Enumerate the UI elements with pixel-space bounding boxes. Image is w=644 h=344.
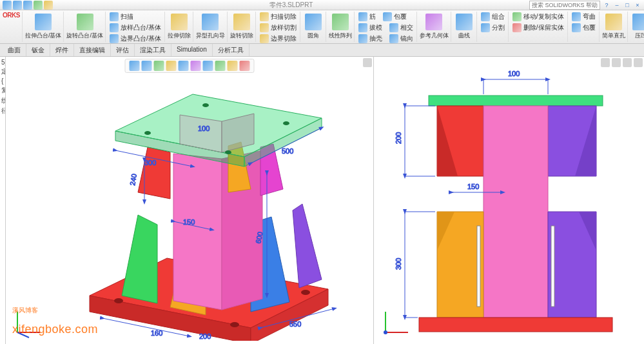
sweep-cut-item[interactable]: 扫描切除 [259, 12, 298, 22]
maximize2-icon[interactable] [623, 58, 632, 67]
help-icon[interactable]: ? [603, 1, 610, 9]
vp-zoom-icon[interactable] [130, 61, 140, 71]
tab-simulation[interactable]: Simulation [171, 44, 213, 56]
move-copy-icon [512, 12, 522, 21]
ribbon-group-refgeom[interactable]: 参考几何体 [418, 12, 451, 42]
svg-text:300: 300 [395, 258, 402, 270]
svg-rect-56 [419, 318, 612, 332]
viewport-toolbar [125, 59, 255, 73]
flex-item[interactable]: 弯曲 [571, 12, 597, 22]
rib-item[interactable]: 筋 [369, 12, 376, 21]
qa-icon-3[interactable] [23, 1, 32, 10]
vp-rotate-icon[interactable] [154, 61, 164, 71]
svg-text:100: 100 [508, 70, 520, 77]
window-title: 零件3.SLDPRT [53, 1, 529, 10]
qa-icon-5[interactable] [44, 1, 53, 10]
split-item[interactable]: 分割 [480, 23, 506, 33]
revolve-cut-icon [233, 14, 250, 30]
vp-pan-icon[interactable] [142, 61, 152, 71]
minimize2-icon[interactable] [612, 58, 621, 67]
loft-cut-item[interactable]: 放样切割 [259, 23, 298, 33]
tab-weldments[interactable]: 焊件 [50, 44, 74, 56]
viewport-2d[interactable]: 100 200 150 300 [373, 57, 644, 344]
tab-render[interactable]: 渲染工具 [135, 44, 171, 56]
collapse-icon[interactable] [601, 58, 610, 67]
svg-marker-11 [173, 154, 222, 310]
boundary-cut-item[interactable]: 边界切除 [259, 34, 298, 44]
maximize-icon[interactable]: □ [623, 1, 631, 9]
command-tabs: 曲面 钣金 焊件 直接编辑 评估 渲染工具 Simulation 分析工具 [0, 44, 644, 57]
mirror-item[interactable]: 镜向 [400, 34, 413, 43]
delete-keep-item[interactable]: 删除/保留实体 [511, 23, 565, 33]
vp-scene-icon[interactable] [215, 61, 226, 71]
svg-rect-49 [483, 106, 548, 318]
boundary-icon [110, 34, 119, 43]
ribbon-group-revolvecut[interactable]: 旋转切除 [228, 12, 256, 42]
ft-item[interactable]: 纹孔1 [1, 96, 4, 106]
ribbon-group-pattern[interactable]: 线性阵列 [327, 12, 355, 42]
boundary-item[interactable]: 边界凸台/基体 [108, 34, 162, 44]
tab-evaluate[interactable]: 评估 [111, 44, 135, 56]
wrap2-item[interactable]: 包覆 [571, 23, 597, 33]
svg-point-22 [225, 150, 231, 154]
vp-appearance-icon[interactable] [228, 61, 238, 71]
combine-item[interactable]: 组合 [480, 12, 506, 22]
viewport-3d[interactable]: 300 500 150 600 240 550 160 200 100 [6, 57, 373, 344]
wrap-icon [383, 12, 392, 21]
ribbon-group-simplehole[interactable]: 简单直孔 [600, 12, 628, 42]
tab-surface[interactable]: 曲面 [3, 44, 26, 56]
loft-icon [110, 23, 119, 32]
vp-fit-icon[interactable] [166, 61, 177, 71]
intersect-item[interactable]: 相交 [400, 23, 413, 32]
ribbon-group-curves[interactable]: 曲线 [452, 12, 477, 42]
feature-tree[interactable]: 5) 定 { 200 X 8.0(1) 复制1 纹孔1 径孔1 [0, 57, 6, 344]
qa-icon-1[interactable] [3, 1, 12, 10]
close2-icon[interactable] [634, 58, 643, 67]
ribbon-group-extrude[interactable]: 拉伸凸台/基体 [23, 12, 64, 42]
shell-icon [358, 34, 367, 43]
ft-item[interactable]: 径孔1 [1, 106, 4, 116]
ribbon-group-indent[interactable]: 压凹 [629, 12, 644, 42]
wrap-item[interactable]: 包覆 [394, 12, 407, 21]
search-input[interactable] [529, 1, 600, 10]
flex-icon [572, 12, 581, 21]
wrap2-icon [572, 23, 581, 32]
svg-marker-10 [293, 204, 322, 288]
svg-text:200: 200 [395, 132, 402, 144]
sweep-item[interactable]: 扫描 [108, 12, 162, 22]
tab-analysis[interactable]: 分析工具 [213, 44, 249, 56]
ribbon-group-holewiz[interactable]: 异型孔向导 [194, 12, 228, 42]
tab-directedit[interactable]: 直接编辑 [74, 44, 111, 56]
ribbon-group-fillet[interactable]: 圆角 [301, 12, 326, 42]
ribbon-group-cutextrude[interactable]: 拉伸切除 [166, 12, 193, 42]
qa-icon-4[interactable] [34, 1, 43, 10]
close-icon[interactable]: × [634, 1, 641, 9]
ft-item[interactable]: 5) [1, 58, 4, 66]
minimize-icon[interactable]: – [613, 1, 621, 9]
svg-marker-7 [122, 215, 157, 303]
ft-item[interactable]: { 200 X 8.0(1) [1, 77, 4, 85]
svg-text:160: 160 [151, 329, 162, 337]
svg-marker-13 [138, 147, 170, 199]
vp-style-icon[interactable] [191, 61, 201, 71]
svg-point-5 [301, 290, 310, 295]
intersect-icon [389, 23, 398, 32]
ribbon-group-revolve[interactable]: 旋转凸台/基体 [64, 12, 106, 42]
sweep-cut-icon [260, 12, 269, 21]
ft-item[interactable]: 复制1 [1, 85, 4, 96]
shell-item[interactable]: 抽壳 [369, 34, 382, 43]
loft-item[interactable]: 放样凸台/基体 [108, 23, 162, 33]
orientation-triad-2d[interactable] [379, 307, 411, 339]
vp-hide-icon[interactable] [240, 61, 250, 71]
vp-section-icon[interactable] [203, 61, 213, 71]
move-copy-item[interactable]: 移动/复制实体 [511, 12, 565, 22]
svg-text:550: 550 [289, 320, 301, 328]
vp-view-icon[interactable] [179, 61, 189, 71]
ft-item[interactable]: 定 [1, 66, 4, 77]
expand-panel-icon[interactable] [363, 58, 372, 67]
tab-sheetmetal[interactable]: 钣金 [26, 44, 50, 56]
draft-item[interactable]: 拔模 [369, 23, 382, 32]
qa-icon-2[interactable] [13, 1, 22, 10]
orientation-triad[interactable] [11, 307, 43, 339]
pattern-icon [332, 14, 349, 30]
